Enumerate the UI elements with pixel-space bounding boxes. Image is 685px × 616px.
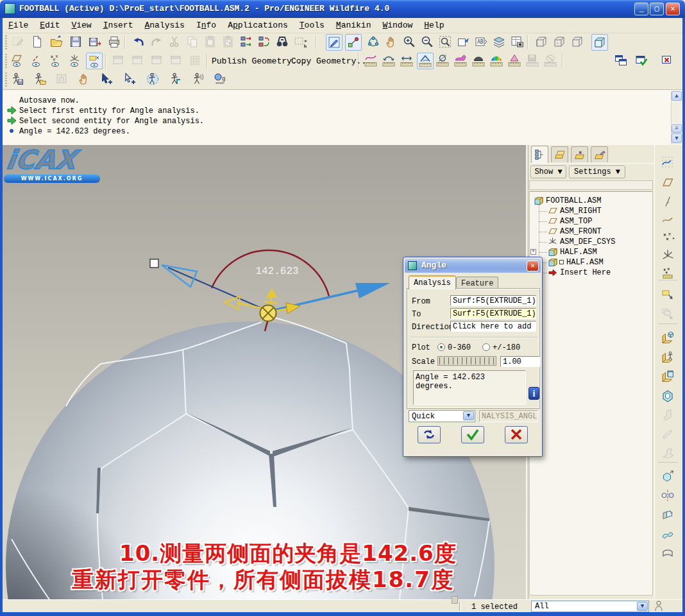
paste-icon[interactable]: [203, 34, 219, 51]
scroll-grip[interactable]: ≡: [672, 124, 682, 133]
win-op-1-icon[interactable]: [110, 53, 127, 69]
flatten-tool-icon[interactable]: [660, 545, 677, 562]
analysis-map-icon[interactable]: [489, 53, 505, 69]
undo-icon[interactable]: [131, 34, 148, 51]
dialog-title-bar[interactable]: Angle ✕: [405, 259, 541, 273]
annotations-icon[interactable]: [86, 53, 103, 69]
zoom-out-icon[interactable]: [419, 34, 436, 51]
menu-manikin[interactable]: Manikin: [330, 18, 377, 33]
shaded-icon[interactable]: [591, 34, 608, 51]
selection-nodes-icon[interactable]: [345, 34, 362, 51]
close-button[interactable]: ✕: [666, 3, 680, 15]
dialog-close-button[interactable]: ✕: [527, 261, 539, 271]
extrude-tool-icon[interactable]: [660, 388, 677, 404]
sketcher-display-icon[interactable]: [326, 34, 342, 51]
menu-applications[interactable]: Applications: [222, 18, 294, 33]
message-scrollbar[interactable]: ▲ ≡ ▼: [671, 91, 682, 144]
datum-axis-tool-icon[interactable]: [660, 194, 677, 210]
copy-geometry-button[interactable]: Copy Geometry...: [291, 56, 371, 66]
manikin-reach-icon[interactable]: [190, 71, 207, 88]
new-window-icon[interactable]: [613, 53, 630, 69]
select-box-icon[interactable]: [292, 34, 309, 51]
point-tool-icon[interactable]: [660, 230, 677, 246]
datum-plane-tool-icon[interactable]: [660, 175, 677, 191]
tab-folder-browser[interactable]: [551, 146, 568, 162]
from-field[interactable]: Surf:F5(EXTRUDE_1):5: [450, 295, 536, 306]
draft-tool-icon[interactable]: [660, 507, 677, 524]
datum-axes-icon[interactable]: [28, 53, 45, 69]
menu-view[interactable]: View: [65, 18, 97, 33]
annotation-tool-icon[interactable]: [660, 287, 677, 304]
datum-planes-icon[interactable]: [9, 53, 26, 69]
solid-tool-icon[interactable]: [660, 468, 677, 485]
win-op-4-icon[interactable]: [168, 53, 185, 69]
surface-tool-icon[interactable]: [660, 526, 677, 543]
title-bar[interactable]: FOOTBALL (Active) D:\ProE_start\FOOTBALL…: [0, 0, 685, 18]
assemble-component-icon[interactable]: [660, 330, 677, 346]
win-op-3-icon[interactable]: [149, 53, 165, 69]
radio-0-360[interactable]: [437, 343, 445, 351]
no-hidden-icon[interactable]: [570, 34, 586, 51]
tab-connections[interactable]: [591, 146, 608, 162]
refit-icon[interactable]: [437, 34, 454, 51]
component-operations-icon[interactable]: [660, 368, 677, 385]
tab-favorites[interactable]: ✱: [571, 146, 588, 162]
sweep-tool-icon[interactable]: [660, 426, 677, 443]
scale-slider[interactable]: [437, 356, 496, 366]
menu-help[interactable]: Help: [418, 18, 450, 33]
manikin-select2-icon[interactable]: [122, 71, 139, 88]
measure-length-icon[interactable]: [399, 53, 416, 69]
manikin-measure-icon[interactable]: g: [212, 71, 229, 88]
info-button[interactable]: i: [529, 387, 539, 400]
analysis-name-field[interactable]: NALYSIS_ANGLE_1: [479, 410, 538, 422]
activate-window-icon[interactable]: [634, 53, 650, 69]
orient-mode-icon[interactable]: [384, 34, 400, 51]
datum-points-icon[interactable]: [47, 53, 64, 69]
minimize-button[interactable]: _: [634, 3, 648, 15]
scroll-up-icon[interactable]: ▲: [672, 91, 682, 101]
tab-feature[interactable]: Feature: [456, 277, 498, 289]
blend-tool-icon[interactable]: [660, 445, 677, 462]
win-op-2-icon[interactable]: [130, 53, 146, 69]
manikin-save-icon[interactable]: [9, 71, 26, 88]
tab-model-tree[interactable]: [531, 146, 548, 163]
saved-analyses-icon[interactable]: [525, 53, 541, 69]
show-button[interactable]: Show ▼: [530, 166, 566, 178]
radio-180[interactable]: [482, 343, 490, 351]
redo-icon[interactable]: [149, 34, 165, 51]
cut-icon[interactable]: [167, 34, 183, 51]
measure-angle-icon[interactable]: [417, 53, 434, 69]
annotation-tool-2-icon[interactable]: [660, 307, 677, 323]
analysis-curve-icon[interactable]: [363, 53, 380, 69]
ok-button[interactable]: [461, 426, 484, 443]
manikin-select-icon[interactable]: [99, 71, 115, 88]
view-ab-icon[interactable]: AB: [473, 34, 490, 51]
close-window-icon[interactable]: [659, 53, 676, 69]
measure-diameter-icon[interactable]: [435, 53, 452, 69]
manikin-drag-icon[interactable]: [76, 71, 93, 88]
drag-handle[interactable]: [150, 259, 158, 268]
cancel-button[interactable]: [505, 426, 528, 443]
wireframe-icon[interactable]: [534, 34, 550, 51]
grid-icon[interactable]: [187, 53, 204, 69]
analysis-volume-icon[interactable]: [471, 53, 487, 69]
zoom-in-icon[interactable]: [402, 34, 418, 51]
scroll-down-icon[interactable]: ▼: [672, 133, 682, 143]
open-file-icon[interactable]: [49, 34, 65, 51]
manikin-open-icon[interactable]: [31, 71, 48, 88]
settings-button[interactable]: Settings ▼: [569, 166, 625, 178]
new-file-icon[interactable]: [30, 34, 46, 51]
tree-expander[interactable]: +: [530, 249, 536, 255]
layers-icon[interactable]: [491, 34, 508, 51]
menu-file[interactable]: File: [3, 18, 34, 33]
quick-dropdown[interactable]: Quick ▼: [409, 410, 475, 422]
menu-window[interactable]: Window: [376, 18, 418, 33]
paste-special-icon[interactable]: [221, 34, 237, 51]
csys-tool-icon[interactable]: [660, 248, 677, 264]
menu-edit[interactable]: Edit: [34, 18, 65, 33]
copy-icon[interactable]: [185, 34, 201, 51]
view-manager-icon[interactable]: [509, 34, 526, 51]
revolve-tool-icon[interactable]: [660, 407, 677, 424]
spin-center-icon[interactable]: [366, 34, 382, 51]
menu-insert[interactable]: Insert: [97, 18, 139, 33]
